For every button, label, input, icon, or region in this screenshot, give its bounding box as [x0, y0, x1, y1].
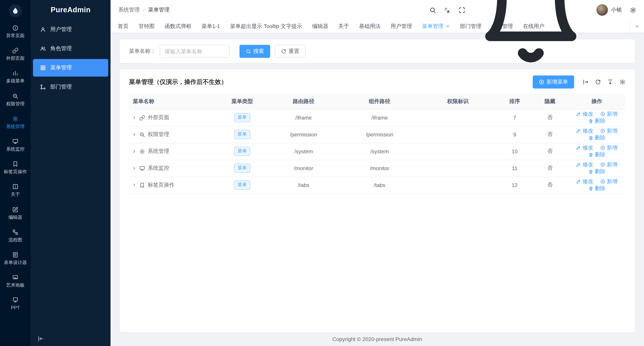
add-link[interactable]: 新增 [600, 111, 618, 117]
tab-overflow-button[interactable] [630, 20, 644, 32]
tab[interactable]: 菜单管理 [417, 20, 455, 32]
tab[interactable]: 甘特图 [134, 20, 160, 32]
expand-row-icon[interactable] [132, 183, 137, 187]
breadcrumb: 系统管理 / 菜单管理 [118, 6, 170, 13]
delete-link[interactable]: 删除 [588, 185, 606, 192]
unfold-icon[interactable] [582, 79, 589, 85]
delete-link[interactable]: 删除 [588, 168, 606, 175]
table-header-row: 菜单名称 菜单类型 路由路径 组件路径 权限标识 排序 [129, 94, 626, 109]
card-title: 菜单管理（仅演示，操作后不生效） [129, 78, 227, 86]
edit-link[interactable]: 修改 [576, 178, 593, 185]
rail-item-label: 系统监控 [6, 147, 24, 152]
info-square-icon [12, 184, 18, 190]
rail-item[interactable]: 艺术画板 [0, 270, 31, 292]
rail-item[interactable]: 表单设计器 [0, 247, 31, 270]
rail-item[interactable]: PPT [0, 293, 31, 315]
expand-row-icon[interactable] [132, 132, 137, 137]
rail-item[interactable]: 外部页面 [0, 43, 31, 65]
app-root: 异常页面 外部页面 多级菜单 权限管理 [0, 0, 644, 346]
link-icon [139, 115, 145, 121]
app-logo[interactable] [9, 4, 22, 17]
add-link[interactable]: 新增 [600, 144, 618, 151]
column-header: 权限标识 [418, 94, 498, 109]
delete-link[interactable]: 删除 [588, 135, 606, 141]
rail-item[interactable]: 标签页操作 [0, 156, 31, 179]
username: 小铭 [611, 6, 622, 13]
tree-icon [40, 84, 46, 90]
rail-item[interactable]: 异常页面 [0, 20, 31, 43]
delete-link[interactable]: 删除 [588, 118, 606, 125]
rail-item[interactable]: 流程图 [0, 224, 31, 247]
sidebar-item[interactable]: 部门管理 [33, 78, 108, 96]
expand-row-icon[interactable] [132, 166, 137, 171]
tab-label: 用户管理 [390, 23, 412, 30]
sidebar-item[interactable]: 菜单管理 [33, 59, 108, 77]
rail-item[interactable]: 系统监控 [0, 134, 31, 156]
tab[interactable]: 函数式弹框 [160, 20, 196, 32]
tab[interactable]: 首页 [113, 20, 134, 32]
rail-item[interactable]: 关于 [0, 179, 31, 202]
settings-gear-icon[interactable] [630, 7, 636, 13]
density-icon[interactable] [607, 79, 613, 85]
fullscreen-icon[interactable] [459, 7, 465, 13]
trash-icon [588, 152, 593, 157]
notifications-button[interactable]: 7 [473, 0, 588, 67]
search-icon[interactable] [430, 7, 436, 13]
tab[interactable]: 菜单1-1 [196, 20, 225, 32]
tab[interactable]: 用户管理 [386, 20, 417, 32]
menu-name-input[interactable] [160, 45, 230, 58]
rail-item[interactable]: 系统管理 [0, 111, 31, 134]
tab-label: 编辑器 [312, 23, 328, 30]
tab[interactable]: 菜单超出显示 Tooltip 文字提示 [225, 20, 307, 32]
tab[interactable]: 基础用法 [354, 20, 386, 32]
add-link[interactable]: 新增 [600, 178, 618, 185]
tab-label: 甘特图 [138, 23, 155, 30]
component-path: /system [341, 143, 418, 160]
add-link[interactable]: 新增 [600, 161, 618, 168]
table-row: 标签页操作 菜单 /tabs /tabs 12 否 [129, 177, 626, 193]
expand-row-icon[interactable] [132, 115, 137, 120]
breadcrumb-item[interactable]: 系统管理 [118, 6, 140, 13]
bookmark-icon [139, 182, 145, 188]
app-title: PureAdmin [31, 0, 110, 21]
rail-item[interactable]: 权限管理 [0, 88, 31, 111]
card-header: 菜单管理（仅演示，操作后不生效） 新增菜单 [129, 75, 626, 89]
translate-icon[interactable]: 文A [444, 7, 450, 13]
bell-icon [473, 0, 588, 67]
close-icon[interactable] [446, 24, 450, 28]
column-header: 菜单名称 [129, 94, 218, 109]
search-button[interactable]: 搜索 [240, 45, 270, 58]
row-actions: 修改 新增 删除 [568, 143, 626, 160]
add-link[interactable]: 新增 [600, 127, 618, 134]
add-menu-button[interactable]: 新增菜单 [533, 75, 574, 89]
edit-link[interactable]: 修改 [576, 161, 593, 168]
sidebar-item[interactable]: 用户管理 [33, 21, 108, 38]
rail-item[interactable]: 多级菜单 [0, 66, 31, 88]
refresh-icon[interactable] [595, 79, 601, 85]
edit-pen-icon [576, 145, 581, 150]
sidebar-item[interactable]: 角色管理 [33, 40, 108, 57]
route-path: /system [266, 143, 341, 160]
edit-link[interactable]: 修改 [576, 111, 593, 117]
tab[interactable]: 关于 [333, 20, 354, 32]
delete-link[interactable]: 删除 [588, 151, 606, 158]
expand-row-icon[interactable] [132, 149, 137, 154]
reset-button[interactable]: 重置 [275, 45, 306, 58]
tab[interactable]: 编辑器 [307, 20, 333, 32]
column-header: 路由路径 [266, 94, 341, 109]
tab-label: 函数式弹框 [165, 23, 192, 30]
hidden-value: 否 [532, 126, 568, 143]
column-setting-icon[interactable] [620, 79, 626, 85]
trash-icon [588, 169, 593, 174]
hidden-value: 否 [532, 143, 568, 160]
user-menu[interactable]: 小铭 [596, 4, 622, 16]
menu-name: 系统监控 [148, 165, 169, 172]
edit-link[interactable]: 修改 [576, 144, 593, 151]
column-header: 隐藏 [532, 94, 568, 109]
rail-item[interactable]: 编辑器 [0, 202, 31, 224]
rail-item-label: 艺术画板 [6, 283, 24, 288]
plus-circle-icon [600, 112, 605, 117]
collapse-sidebar-button[interactable] [37, 335, 44, 342]
table-body: 外部页面 菜单 /iframe /iframe 7 否 [129, 109, 626, 193]
edit-link[interactable]: 修改 [576, 127, 593, 134]
